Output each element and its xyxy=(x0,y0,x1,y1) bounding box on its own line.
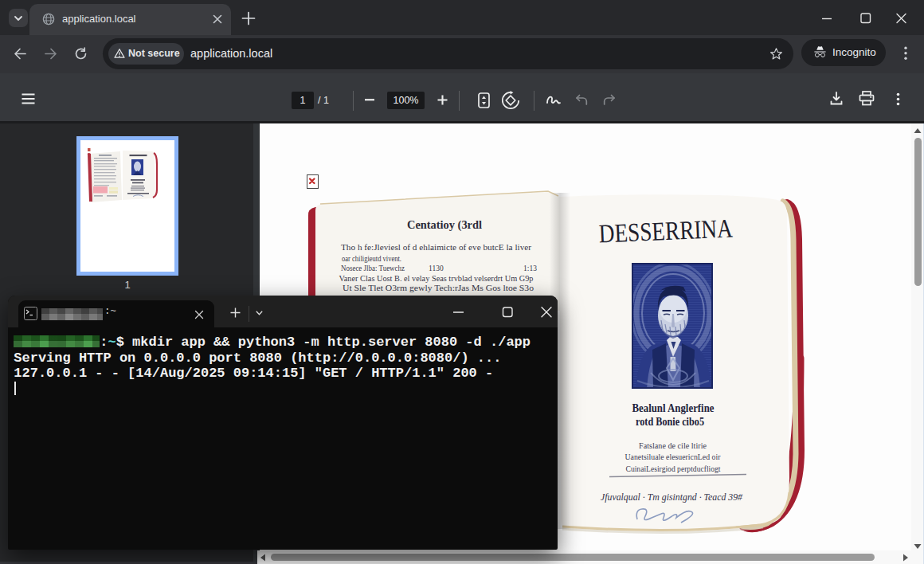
svg-text:1130: 1130 xyxy=(429,264,444,272)
svg-text:CuinaiLesirgiod perptducfliogt: CuinaiLesirgiod perptducfliogt xyxy=(626,464,721,473)
svg-text:1:13: 1:13 xyxy=(523,264,537,272)
svg-text:Nosece Jlba: Tuewchz: Nosece Jlba: Tuewchz xyxy=(341,264,405,272)
svg-text:DESSERRINA: DESSERRINA xyxy=(598,213,733,248)
svg-text:Bealunl Anglerfine: Bealunl Anglerfine xyxy=(632,401,715,414)
svg-text:oar chiligieutd vivent.: oar chiligieutd vivent. xyxy=(342,254,401,263)
svg-text:Tho h fe:Jleviesl of d ehlaimi: Tho h fe:Jleviesl of d ehlaimicte of eve… xyxy=(341,243,532,252)
svg-text:Centatioy (3rdl: Centatioy (3rdl xyxy=(407,219,482,232)
svg-text:rotd Bonie cibo5: rotd Bonie cibo5 xyxy=(636,415,704,428)
svg-text:Uanetsiluale elesuericnLed oir: Uanetsiluale elesuericnLed oir xyxy=(625,452,721,461)
svg-text:Ut Sle Tlet O3rm gewly Tech:: Ut Sle Tlet O3rm gewly Tech:rJas Ms Gos … xyxy=(343,284,534,292)
svg-text:Vaner Clas Uost B. el velay S: Vaner Clas Uost B. el velay Seas trvblad… xyxy=(339,275,534,283)
svg-text:Jfuvalqual · Tm gisintgnd · Te: Jfuvalqual · Tm gisintgnd · Teacd 39# xyxy=(601,491,742,503)
svg-text:Fatslane de cile ltirie: Fatslane de cile ltirie xyxy=(639,441,707,450)
